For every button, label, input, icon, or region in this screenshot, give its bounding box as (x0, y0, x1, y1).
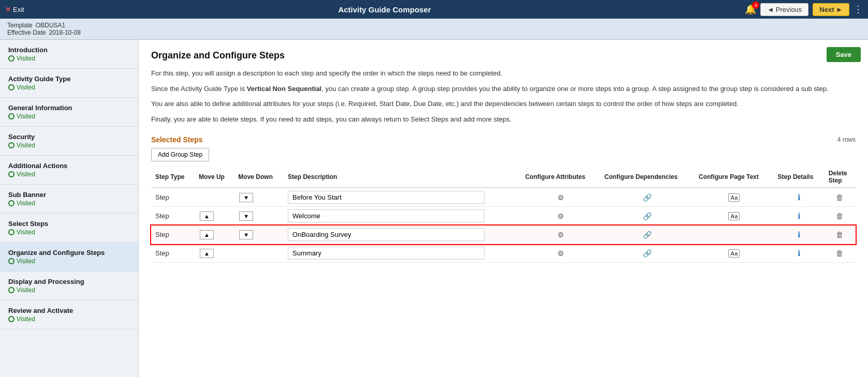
configure-dependencies-icon[interactable]: 🔗 (640, 191, 655, 204)
move-up-button-4[interactable]: ▲ (200, 249, 214, 258)
col-configure-dependencies: Configure Dependencies (600, 167, 695, 188)
step-details-cell: ℹ (774, 188, 825, 207)
more-icon: ⋮ (854, 4, 863, 14)
sidebar-item-title-display-processing: Display and Processing (8, 278, 130, 285)
configure-dependencies-icon[interactable]: 🔗 (640, 210, 655, 222)
move-up-button-2[interactable]: ▲ (200, 212, 214, 221)
configure-page-text-cell: Aa (695, 207, 774, 225)
sidebar-item-sub-banner[interactable]: Sub Banner Visited (0, 185, 138, 214)
move-up-cell (195, 188, 234, 207)
sidebar-item-status-organize-configure-steps: Visited (8, 258, 130, 265)
previous-label: ◄ Previous (767, 6, 802, 13)
configure-dependencies-icon[interactable]: 🔗 (640, 247, 655, 260)
sidebar-item-general-information[interactable]: General Information Visited (0, 98, 138, 127)
add-group-step-button[interactable]: Add Group Step (151, 148, 209, 161)
sidebar-item-security[interactable]: Security Visited (0, 127, 138, 156)
move-down-cell: ▼ (234, 225, 284, 244)
visited-circle-activity-guide-type (8, 84, 14, 91)
step-description-input[interactable] (288, 191, 484, 204)
sidebar-item-select-steps[interactable]: Select Steps Visited (0, 214, 138, 243)
page-title: Organize and Configure Steps (151, 50, 856, 61)
configure-attributes-icon[interactable]: ⚙ (553, 210, 568, 222)
sidebar-item-title-review-activate: Review and Activate (8, 307, 130, 314)
step-details-icon[interactable]: ℹ (792, 210, 806, 222)
top-bar: ✕ Exit Activity Guide Composer 🔔 4 ◄ Pre… (0, 0, 868, 19)
move-up-cell: ▲ (195, 207, 234, 225)
sidebar-item-activity-guide-type[interactable]: Activity Guide Type Visited (0, 69, 138, 98)
configure-page-text-icon[interactable]: Aa (727, 191, 741, 204)
delete-step-icon[interactable]: 🗑 (833, 247, 847, 260)
step-details-icon[interactable]: ℹ (792, 191, 806, 204)
visited-circle-display-processing (8, 287, 14, 293)
step-description-input[interactable] (288, 209, 484, 222)
main-layout: Introduction Visited Activity Guide Type… (0, 40, 868, 377)
table-row: Step ▲ ▼ ⚙ 🔗 Aa ℹ 🗑 (151, 225, 856, 244)
configure-attributes-icon[interactable]: ⚙ (553, 191, 568, 204)
previous-button[interactable]: ◄ Previous (760, 3, 808, 16)
move-down-button-3[interactable]: ▼ (239, 230, 253, 239)
configure-attributes-cell: ⚙ (521, 188, 600, 207)
table-row: Step ▼ ⚙ 🔗 Aa ℹ 🗑 (151, 188, 856, 207)
delete-step-cell: 🗑 (825, 207, 856, 225)
description-4: Finally, you are able to delete steps. I… (151, 114, 856, 125)
delete-step-icon[interactable]: 🗑 (833, 210, 847, 222)
sidebar-item-title-security: Security (8, 133, 130, 141)
sidebar-item-status-general-information: Visited (8, 113, 130, 120)
top-bar-right: 🔔 4 ◄ Previous Next ► ⋮ (745, 3, 863, 16)
delete-step-icon[interactable]: 🗑 (833, 229, 847, 241)
save-button[interactable]: Save (827, 47, 861, 62)
exit-button[interactable]: ✕ Exit (5, 6, 24, 13)
sidebar-item-status-review-activate: Visited (8, 315, 130, 323)
rows-count: 4 rows (837, 136, 856, 143)
configure-dependencies-icon[interactable]: 🔗 (640, 229, 655, 241)
sidebar-item-title-additional-actions: Additional Actions (8, 162, 130, 170)
template-label: Template (7, 22, 33, 29)
delete-step-icon[interactable]: 🗑 (833, 191, 847, 204)
description-2: Since the Activity Guide Type is Vertica… (151, 84, 856, 94)
more-options-button[interactable]: ⋮ (854, 4, 863, 15)
configure-page-text-icon[interactable]: Aa (727, 247, 741, 260)
step-details-icon[interactable]: ℹ (792, 247, 806, 260)
configure-attributes-icon[interactable]: ⚙ (553, 247, 568, 260)
steps-table-body: Step ▼ ⚙ 🔗 Aa ℹ 🗑 Step ▲ ▼ ⚙ (151, 188, 856, 263)
step-type-cell: Step (151, 225, 195, 244)
col-step-description: Step Description (284, 167, 521, 188)
notification-bell-button[interactable]: 🔔 4 (745, 4, 756, 15)
sidebar-item-status-activity-guide-type: Visited (8, 84, 130, 91)
sidebar-item-organize-configure-steps[interactable]: Organize and Configure Steps Visited (0, 243, 138, 272)
sidebar-item-display-processing[interactable]: Display and Processing Visited (0, 272, 138, 300)
sidebar-item-title-organize-configure-steps: Organize and Configure Steps (8, 249, 130, 257)
sidebar-item-review-activate[interactable]: Review and Activate Visited (0, 300, 138, 329)
sidebar: Introduction Visited Activity Guide Type… (0, 40, 139, 377)
step-description-input[interactable] (288, 228, 484, 241)
step-details-icon[interactable]: ℹ (792, 229, 806, 241)
sidebar-item-additional-actions[interactable]: Additional Actions Visited (0, 156, 138, 185)
table-row: Step ▲ ⚙ 🔗 Aa ℹ 🗑 (151, 244, 856, 263)
page-title-bar: Activity Guide Composer (24, 5, 745, 14)
steps-table: Step Type Move Up Move Down Step Descrip… (151, 167, 856, 263)
step-description-input[interactable] (288, 247, 484, 260)
table-row: Step ▲ ▼ ⚙ 🔗 Aa ℹ 🗑 (151, 207, 856, 225)
visited-circle-organize-configure-steps (8, 258, 14, 264)
move-up-button-3[interactable]: ▲ (200, 230, 214, 239)
step-description-cell (284, 188, 521, 207)
sidebar-item-title-select-steps: Select Steps (8, 220, 130, 228)
step-description-cell (284, 244, 521, 263)
move-down-cell: ▼ (234, 188, 284, 207)
configure-attributes-icon[interactable]: ⚙ (553, 229, 568, 241)
configure-page-text-cell: Aa (695, 244, 774, 263)
sidebar-item-introduction[interactable]: Introduction Visited (0, 40, 138, 69)
step-details-cell: ℹ (774, 207, 825, 225)
next-button[interactable]: Next ► (813, 3, 849, 16)
move-down-button-2[interactable]: ▼ (239, 212, 253, 221)
add-group-step-label: Add Group Step (158, 151, 202, 158)
step-type-cell: Step (151, 244, 195, 263)
step-description-cell (284, 207, 521, 225)
info-bar: Template OBDUSA1 Effective Date 2018-10-… (0, 19, 868, 40)
desc2-bold: Vertical Non Sequential (247, 85, 322, 93)
exit-icon: ✕ (5, 6, 11, 13)
desc2-part2: , you can create a group step. A group s… (321, 85, 828, 93)
configure-page-text-icon[interactable]: Aa (727, 210, 741, 222)
visited-circle-introduction (8, 55, 14, 62)
move-down-button-1[interactable]: ▼ (239, 193, 253, 202)
